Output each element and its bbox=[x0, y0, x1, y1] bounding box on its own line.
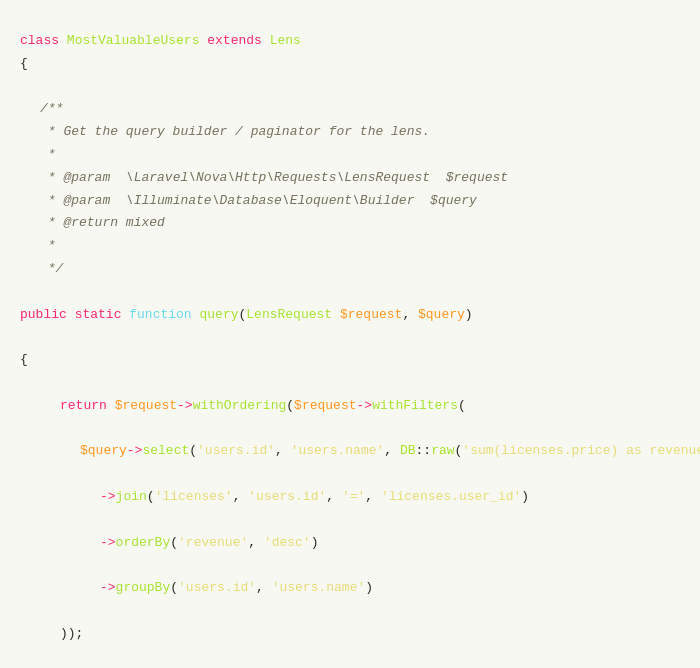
sp3 bbox=[192, 305, 200, 326]
str-sum: 'sum(licenses.price) as revenue' bbox=[462, 441, 700, 462]
c2: , bbox=[384, 441, 400, 462]
method-name: query bbox=[199, 305, 238, 326]
line-blank-11 bbox=[10, 646, 690, 668]
keyword-return: return bbox=[60, 396, 107, 417]
p7: ) bbox=[521, 487, 529, 508]
str-users-name: 'users.name' bbox=[291, 441, 385, 462]
brace-open: { bbox=[20, 54, 28, 75]
sp5 bbox=[107, 396, 115, 417]
str-licenses: 'licenses' bbox=[155, 487, 233, 508]
line-close-parens: )); bbox=[10, 623, 690, 646]
line-blank-8 bbox=[10, 509, 690, 532]
paren-close: ) bbox=[465, 305, 473, 326]
request-var: $request bbox=[115, 396, 177, 417]
param2-var: $query bbox=[418, 305, 465, 326]
p3: ( bbox=[189, 441, 197, 462]
line-query-select: $query -> select ( 'users.id' , 'users.n… bbox=[10, 440, 690, 463]
arrow1: -> bbox=[177, 396, 193, 417]
line-return: return $request -> withOrdering ( $reque… bbox=[10, 395, 690, 418]
request-var2: $request bbox=[294, 396, 356, 417]
with-filters: withFilters bbox=[372, 396, 458, 417]
comment-blank2: * bbox=[40, 236, 56, 257]
orderby-method: orderBy bbox=[116, 533, 171, 554]
db-class: DB bbox=[400, 441, 416, 462]
line-comment-return: * @return mixed bbox=[10, 212, 690, 235]
c7: , bbox=[256, 578, 272, 599]
keyword-class: class bbox=[20, 31, 59, 52]
db-raw-method: raw bbox=[431, 441, 454, 462]
space-p2b bbox=[414, 191, 430, 212]
line-blank-6 bbox=[10, 418, 690, 441]
space1 bbox=[59, 31, 67, 52]
sp2 bbox=[121, 305, 129, 326]
with-ordering: withOrdering bbox=[193, 396, 287, 417]
space-p1b bbox=[430, 168, 446, 189]
comma1: , bbox=[402, 305, 418, 326]
line-comment-open: /** bbox=[10, 98, 690, 121]
line-blank-7 bbox=[10, 463, 690, 486]
line-orderby: -> orderBy ( 'revenue' , 'desc' ) bbox=[10, 532, 690, 555]
c1: , bbox=[275, 441, 291, 462]
c4: , bbox=[326, 487, 342, 508]
sp4 bbox=[332, 305, 340, 326]
paren-open: ( bbox=[239, 305, 247, 326]
keyword-public: public bbox=[20, 305, 67, 326]
classname-mostvaluableusers: MostValuableUsers bbox=[67, 31, 200, 52]
line-blank-10 bbox=[10, 600, 690, 623]
keyword-function: function bbox=[129, 305, 191, 326]
line-comment-desc: * Get the query builder / paginator for … bbox=[10, 121, 690, 144]
line-blank-5 bbox=[10, 372, 690, 395]
comment-return-type: mixed bbox=[126, 213, 165, 234]
str-eq: '=' bbox=[342, 487, 365, 508]
comment-return-tag: * @return bbox=[40, 213, 118, 234]
line-blank-9 bbox=[10, 554, 690, 577]
line-comment-param1: * @param \Laravel\Nova\Http\Requests\Len… bbox=[10, 167, 690, 190]
db-sep: :: bbox=[416, 441, 432, 462]
space-r bbox=[118, 213, 126, 234]
str-revenue: 'revenue' bbox=[178, 533, 248, 554]
str-users-name2: 'users.name' bbox=[272, 578, 366, 599]
line-blank-4 bbox=[10, 326, 690, 349]
line-open-brace: { bbox=[10, 53, 690, 76]
c6: , bbox=[248, 533, 264, 554]
p10: ( bbox=[170, 578, 178, 599]
str-users-id3: 'users.id' bbox=[178, 578, 256, 599]
p11: ) bbox=[365, 578, 373, 599]
space-p2 bbox=[110, 191, 126, 212]
keyword-extends: extends bbox=[207, 31, 262, 52]
comment-desc: * Get the query builder / paginator for … bbox=[40, 122, 430, 143]
param1-var: $request bbox=[340, 305, 402, 326]
comment-open: /** bbox=[40, 99, 63, 120]
close-parens: )); bbox=[60, 624, 83, 645]
line-method-open-brace: { bbox=[10, 349, 690, 372]
sp1 bbox=[67, 305, 75, 326]
line-blank-1 bbox=[10, 76, 690, 99]
comment-param2-tag: * @param bbox=[40, 191, 110, 212]
c3: , bbox=[233, 487, 249, 508]
space3 bbox=[262, 31, 270, 52]
line-method-signature: public static function query ( LensReque… bbox=[10, 304, 690, 327]
str-users-id: 'users.id' bbox=[197, 441, 275, 462]
arrow5: -> bbox=[100, 533, 116, 554]
c5: , bbox=[365, 487, 381, 508]
line-comment-param2: * @param \Illuminate\Database\Eloquent\B… bbox=[10, 190, 690, 213]
line-join: -> join ( 'licenses' , 'users.id' , '=' … bbox=[10, 486, 690, 509]
comment-close: */ bbox=[40, 259, 63, 280]
select-method: select bbox=[142, 441, 189, 462]
p4: ( bbox=[455, 441, 463, 462]
str-licenses-user-id: 'licenses.user_id' bbox=[381, 487, 521, 508]
comment-param2-var: $query bbox=[430, 191, 477, 212]
p1: ( bbox=[286, 396, 294, 417]
p9: ) bbox=[311, 533, 319, 554]
keyword-static: static bbox=[75, 305, 122, 326]
method-brace-open: { bbox=[20, 350, 28, 371]
arrow6: -> bbox=[100, 578, 116, 599]
line-comment-blank: * bbox=[10, 144, 690, 167]
line-comment-close: */ bbox=[10, 258, 690, 281]
str-desc: 'desc' bbox=[264, 533, 311, 554]
comment-blank: * bbox=[40, 145, 56, 166]
groupby-method: groupBy bbox=[116, 578, 171, 599]
space2 bbox=[199, 31, 207, 52]
comment-param2-type: \Illuminate\Database\Eloquent\Builder bbox=[126, 191, 415, 212]
comment-param1-tag: * @param bbox=[40, 168, 110, 189]
